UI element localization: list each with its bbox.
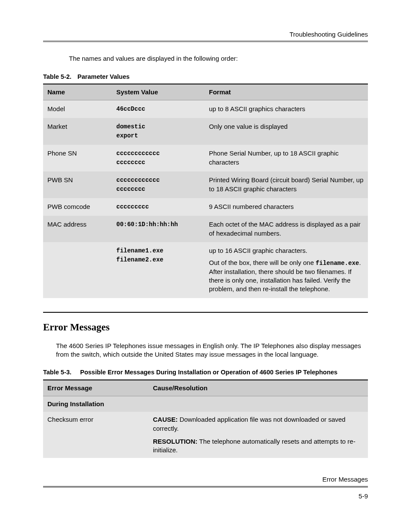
resolution-label: RESOLUTION:	[153, 438, 197, 445]
row-format-body: Out of the box, there will be only one f…	[209, 258, 364, 294]
table-row: PWB SN cccccccccccc cccccccc Printed Wir…	[43, 171, 368, 198]
col-header-name: Name	[43, 84, 112, 100]
col-header-error-message: Error Message	[43, 380, 149, 396]
col-header-format: Format	[205, 84, 368, 100]
page-number: 5-9	[43, 492, 368, 501]
table-5-2-title: Parameter Values	[78, 73, 130, 80]
footer-section-title: Error Messages	[43, 475, 368, 484]
table-row: Market domestic export Only one value is…	[43, 118, 368, 145]
table-row: filename1.exe filename2.exe up to 16 ASC…	[43, 242, 368, 298]
row-format-line1: up to 16 ASCII graphic characters.	[209, 246, 364, 255]
table-row: Model 46ccDccc up to 8 ASCII graphics ch…	[43, 100, 368, 118]
row-format: 9 ASCII numbered characters	[205, 198, 368, 216]
row-name: PWB comcode	[43, 198, 112, 216]
row-name	[43, 242, 112, 298]
row-system: filename1.exe filename2.exe	[112, 242, 205, 298]
page-header-title: Troubleshooting Guidelines	[43, 30, 368, 39]
table-error-messages: Error Message Cause/Resolution During In…	[43, 380, 368, 458]
table-row: MAC address 00:60:1D:hh:hh:hh Each octet…	[43, 216, 368, 242]
row-format-pre: Out of the box, there will be only one	[209, 259, 316, 266]
table-5-2-number: Table 5-2.	[43, 73, 76, 80]
error-message-detail: CAUSE: Downloaded application file was n…	[149, 412, 368, 458]
table-parameter-values: Name System Value Format Model 46ccDccc …	[43, 84, 368, 298]
row-name: Market	[43, 118, 112, 145]
table-5-3-number: Table 5-3.	[43, 368, 80, 377]
footer-rule	[43, 486, 368, 488]
row-format: up to 16 ASCII graphic characters. Out o…	[205, 242, 368, 298]
table-section-label: During Installation	[43, 396, 368, 412]
row-system: cccccccccccc cccccccc	[112, 171, 205, 198]
error-message-name: Checksum error	[43, 412, 149, 458]
row-system: ccccccccc	[112, 198, 205, 216]
table-5-3-caption: Table 5-3. Possible Error Messages Durin…	[43, 368, 368, 377]
table-section-row: During Installation	[43, 396, 368, 412]
row-format: up to 8 ASCII graphics characters	[205, 100, 368, 118]
row-format: Phone Serial Number, up to 18 ASCII grap…	[205, 145, 368, 171]
row-system: 46ccDccc	[112, 100, 205, 118]
table-row: Checksum error CAUSE: Downloaded applica…	[43, 412, 368, 458]
section-intro-text: The 4600 Series IP Telephones issue mess…	[56, 342, 368, 359]
header-rule	[43, 40, 368, 42]
cause-label: CAUSE:	[153, 416, 178, 423]
row-name: Model	[43, 100, 112, 118]
table-5-2-caption: Table 5-2. Parameter Values	[43, 73, 368, 81]
row-system: domestic export	[112, 118, 205, 145]
row-format-code: filename.exe	[316, 260, 359, 267]
intro-text: The names and values are displayed in th…	[69, 54, 368, 63]
section-divider	[43, 312, 368, 313]
table-row: PWB comcode ccccccccc 9 ASCII numbered c…	[43, 198, 368, 216]
cause-text: Downloaded application file was not down…	[153, 416, 346, 432]
row-name: MAC address	[43, 216, 112, 242]
col-header-cause-resolution: Cause/Resolution	[149, 380, 368, 396]
table-5-3-title: Possible Error Messages During Installat…	[80, 368, 368, 377]
row-system: cccccccccccc cccccccc	[112, 145, 205, 171]
col-header-system: System Value	[112, 84, 205, 100]
row-format: Each octet of the MAC address is display…	[205, 216, 368, 242]
table-row: Phone SN cccccccccccc cccccccc Phone Ser…	[43, 145, 368, 171]
row-format: Printed Wiring Board (circuit board) Ser…	[205, 171, 368, 198]
row-name: Phone SN	[43, 145, 112, 171]
row-name: PWB SN	[43, 171, 112, 198]
row-system: 00:60:1D:hh:hh:hh	[112, 216, 205, 242]
row-format: Only one value is displayed	[205, 118, 368, 145]
section-heading-error-messages: Error Messages	[43, 320, 368, 334]
